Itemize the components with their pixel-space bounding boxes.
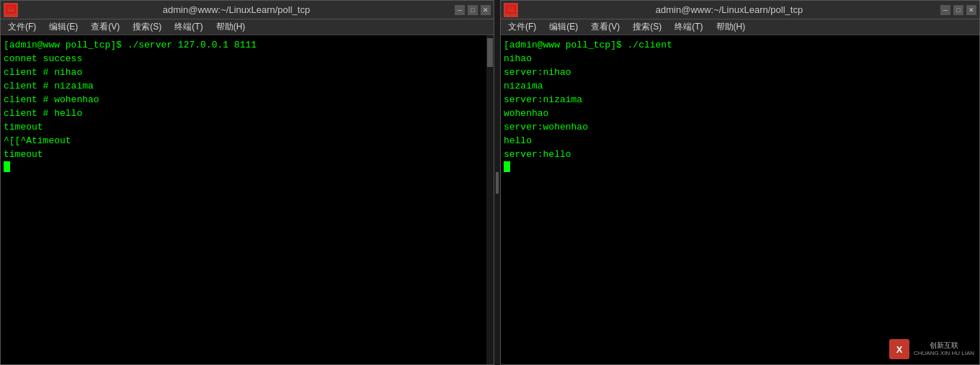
left-terminal-window: admin@www:~/LinuxLearn/poll_tcp ─ □ ✕ 文件… xyxy=(0,0,494,365)
left-window-controls[interactable]: ─ □ ✕ xyxy=(455,5,491,15)
left-menu-edit[interactable]: 编辑(E) xyxy=(46,21,81,33)
brand-name-en: CHUANG XIN HU LIAN xyxy=(914,350,974,357)
left-line-3: client # nizaima xyxy=(4,79,484,93)
brand-name-cn: 创新互联 xyxy=(914,341,974,350)
right-line-0: [admin@www poll_tcp]$ ./client xyxy=(504,38,976,52)
left-menu-search[interactable]: 搜索(S) xyxy=(130,21,164,33)
left-scrollbar-thumb[interactable] xyxy=(487,38,493,67)
left-line-2: client # nihao xyxy=(4,66,484,79)
left-terminal-body[interactable]: [admin@www poll_tcp]$ ./server 127.0.0.1… xyxy=(1,35,486,364)
left-menu-file[interactable]: 文件(F) xyxy=(5,21,39,33)
right-menu-view[interactable]: 查看(V) xyxy=(588,21,623,33)
right-terminal-window: admin@www:~/LinuxLearn/poll_tcp ─ □ ✕ 文件… xyxy=(500,0,980,365)
divider-handle xyxy=(496,172,499,194)
svg-rect-0 xyxy=(6,6,15,13)
right-window-icon xyxy=(504,3,518,17)
left-close-button[interactable]: ✕ xyxy=(481,5,491,15)
left-line-5: client # hello xyxy=(4,107,484,120)
window-divider xyxy=(494,0,500,365)
right-line-1: nihao xyxy=(504,52,976,66)
left-line-4: client # wohenhao xyxy=(4,93,484,107)
left-line-1: connet success xyxy=(4,52,484,66)
left-scrollbar[interactable] xyxy=(486,35,494,364)
right-menu-search[interactable]: 搜索(S) xyxy=(630,21,664,33)
left-terminal-title: admin@www:~/LinuxLearn/poll_tcp xyxy=(18,4,455,15)
right-line-8: server:hello xyxy=(504,148,976,161)
right-close-button[interactable]: ✕ xyxy=(966,5,976,15)
left-menu-help[interactable]: 帮助(H) xyxy=(213,21,249,33)
right-terminal-body[interactable]: [admin@www poll_tcp]$ ./client nihao ser… xyxy=(501,35,979,364)
right-line-4: server:nizaima xyxy=(504,93,976,107)
right-title-bar: admin@www:~/LinuxLearn/poll_tcp ─ □ ✕ xyxy=(501,1,979,19)
right-menu-help[interactable]: 帮助(H) xyxy=(713,21,749,33)
left-line-cursor xyxy=(4,161,484,172)
left-title-bar: admin@www:~/LinuxLearn/poll_tcp ─ □ ✕ xyxy=(1,1,494,19)
right-terminal-content-area: [admin@www poll_tcp]$ ./client nihao ser… xyxy=(501,35,979,364)
left-line-8: timeout xyxy=(4,148,484,161)
left-minimize-button[interactable]: ─ xyxy=(455,5,465,15)
left-line-0: [admin@www poll_tcp]$ ./server 127.0.0.1… xyxy=(4,38,484,52)
branding-area: X 创新互联 CHUANG XIN HU LIAN xyxy=(889,339,974,359)
right-terminal-title: admin@www:~/LinuxLearn/poll_tcp xyxy=(518,4,940,15)
brand-logo-icon: X xyxy=(889,339,909,359)
right-line-3: nizaima xyxy=(504,79,976,93)
svg-text:X: X xyxy=(896,344,903,355)
left-line-6: timeout xyxy=(4,120,484,134)
right-line-2: server:nihao xyxy=(504,66,976,79)
left-menu-view[interactable]: 查看(V) xyxy=(88,21,122,33)
right-menu-edit[interactable]: 编辑(E) xyxy=(546,21,581,33)
brand-text-area: 创新互联 CHUANG XIN HU LIAN xyxy=(914,341,974,357)
right-window-controls[interactable]: ─ □ ✕ xyxy=(940,5,976,15)
right-cursor xyxy=(504,161,510,172)
right-line-7: hello xyxy=(504,134,976,148)
right-line-cursor xyxy=(504,161,976,172)
left-line-7: ^[[^Atimeout xyxy=(4,134,484,148)
right-menu-terminal[interactable]: 终端(T) xyxy=(672,21,705,33)
left-menu-terminal[interactable]: 终端(T) xyxy=(172,21,205,33)
left-menu-bar: 文件(F) 编辑(E) 查看(V) 搜索(S) 终端(T) 帮助(H) xyxy=(1,19,494,35)
right-minimize-button[interactable]: ─ xyxy=(940,5,950,15)
left-maximize-button[interactable]: □ xyxy=(468,5,478,15)
right-line-6: server:wohenhao xyxy=(504,120,976,134)
left-terminal-content-area: [admin@www poll_tcp]$ ./server 127.0.0.1… xyxy=(1,35,494,364)
right-menu-bar: 文件(F) 编辑(E) 查看(V) 搜索(S) 终端(T) 帮助(H) xyxy=(501,19,979,35)
right-maximize-button[interactable]: □ xyxy=(953,5,963,15)
right-menu-file[interactable]: 文件(F) xyxy=(505,21,539,33)
right-line-5: wohenhao xyxy=(504,107,976,120)
left-cursor xyxy=(4,161,10,172)
svg-rect-2 xyxy=(507,6,515,13)
left-window-icon xyxy=(4,3,18,17)
